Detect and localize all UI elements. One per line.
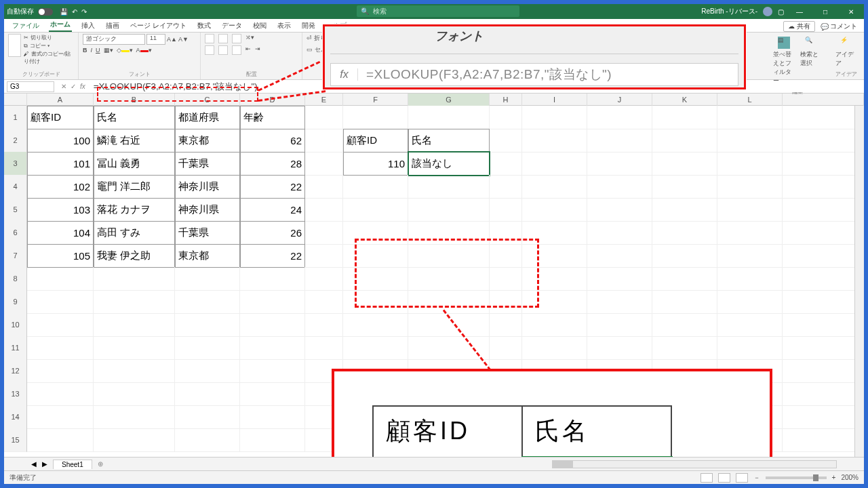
cell[interactable]	[343, 313, 408, 337]
cell[interactable]	[717, 290, 783, 314]
row-header[interactable]: 1	[4, 106, 27, 129]
cell[interactable]	[408, 267, 490, 291]
cell[interactable]: 105	[27, 244, 94, 268]
cell[interactable]	[717, 175, 783, 199]
redo-icon[interactable]: ↷	[81, 8, 87, 16]
row-header[interactable]: 13	[4, 382, 27, 406]
cell[interactable]	[175, 405, 240, 429]
cell[interactable]	[305, 290, 343, 314]
cell[interactable]	[408, 290, 490, 314]
active-cell[interactable]: 該当なし	[408, 152, 490, 176]
cell[interactable]	[783, 244, 864, 268]
cell[interactable]	[305, 336, 343, 360]
fx-icon[interactable]: fx	[80, 83, 85, 90]
decrease-font-icon[interactable]: A▼	[178, 36, 189, 43]
cell[interactable]	[783, 405, 864, 429]
cell[interactable]	[522, 221, 587, 245]
cell[interactable]: 24	[240, 198, 305, 222]
row-header[interactable]: 9	[4, 290, 27, 314]
cell[interactable]	[522, 175, 587, 199]
col-B[interactable]: B	[94, 94, 175, 106]
row-header[interactable]: 11	[4, 336, 27, 360]
cell[interactable]	[783, 313, 864, 337]
cell[interactable]	[240, 382, 305, 406]
cell[interactable]: 104	[27, 221, 94, 245]
cell[interactable]	[587, 106, 652, 129]
horizontal-scrollbar[interactable]	[552, 460, 837, 468]
tab-formulas[interactable]: 数式	[196, 20, 212, 32]
col-G[interactable]: G	[408, 94, 490, 106]
row-header[interactable]: 5	[4, 198, 27, 222]
cell[interactable]	[408, 336, 490, 360]
cell[interactable]: 鱗滝 右近	[94, 129, 175, 152]
tab-developer[interactable]: 開発	[300, 20, 317, 32]
cell[interactable]	[240, 336, 305, 360]
cell[interactable]	[522, 152, 587, 176]
cell[interactable]	[27, 428, 94, 452]
font-size-select[interactable]: 11	[146, 34, 165, 45]
cell[interactable]: 東京都	[175, 129, 240, 152]
cell[interactable]	[490, 290, 522, 314]
cell[interactable]	[408, 198, 490, 222]
cell[interactable]: 110	[343, 152, 408, 176]
underline-button[interactable]: U	[96, 47, 100, 54]
bold-button[interactable]: B	[83, 47, 87, 54]
paste-icon[interactable]	[8, 34, 21, 57]
cell[interactable]: 氏名	[94, 106, 175, 129]
indent-increase-icon[interactable]: ⇥	[255, 45, 260, 55]
tab-insert[interactable]: 挿入	[80, 20, 96, 32]
cell[interactable]	[27, 313, 94, 337]
cell[interactable]: 年齢	[240, 106, 305, 129]
col-H[interactable]: H	[490, 94, 522, 106]
cell[interactable]: 千葉県	[175, 221, 240, 245]
cell[interactable]	[783, 152, 864, 176]
cell[interactable]	[305, 198, 343, 222]
cell[interactable]	[175, 267, 240, 291]
cell[interactable]	[305, 267, 343, 291]
col-K[interactable]: K	[652, 94, 717, 106]
align-top-icon[interactable]	[205, 34, 214, 43]
cell[interactable]: 101	[27, 152, 94, 176]
cell[interactable]	[717, 336, 783, 360]
row-header[interactable]: 15	[4, 428, 27, 452]
cell[interactable]: 22	[240, 175, 305, 199]
column-headers[interactable]: A B C D E F G H I J K L	[4, 94, 864, 106]
row-header[interactable]: 7	[4, 244, 27, 268]
cell[interactable]	[717, 106, 783, 129]
col-A[interactable]: A	[27, 94, 94, 106]
cell[interactable]	[652, 175, 717, 199]
cell[interactable]: 28	[240, 152, 305, 176]
cell[interactable]	[587, 313, 652, 337]
cell[interactable]	[27, 382, 94, 406]
page-layout-view-icon[interactable]	[718, 473, 730, 483]
indent-decrease-icon[interactable]: ⇤	[245, 45, 251, 55]
cell[interactable]	[343, 267, 408, 291]
cell[interactable]	[240, 428, 305, 452]
cell[interactable]	[343, 175, 408, 199]
add-sheet-button[interactable]: ⊕	[98, 460, 103, 468]
cell[interactable]	[490, 244, 522, 268]
cell[interactable]: 神奈川県	[175, 175, 240, 199]
cell[interactable]	[175, 382, 240, 406]
row-header[interactable]: 6	[4, 221, 27, 245]
cell[interactable]	[587, 221, 652, 245]
cell[interactable]	[587, 152, 652, 176]
sort-filter-button[interactable]: ▤並べ替えとフィルター	[770, 34, 797, 88]
cell[interactable]	[490, 175, 522, 199]
cell[interactable]	[522, 336, 587, 360]
cell[interactable]	[343, 244, 408, 268]
worksheet-area[interactable]: 1顧客ID氏名都道府県年齢2100鱗滝 右近東京都62顧客ID氏名3101冨山 …	[4, 106, 864, 458]
cell[interactable]	[717, 313, 783, 337]
cell[interactable]: 竈門 洋二郎	[94, 175, 175, 199]
cell[interactable]	[652, 129, 717, 152]
undo-icon[interactable]: ↶	[72, 8, 77, 16]
cell[interactable]	[652, 336, 717, 360]
align-right-icon[interactable]	[232, 45, 241, 55]
cell[interactable]	[490, 267, 522, 291]
name-box[interactable]: G3	[7, 81, 54, 92]
cell[interactable]	[587, 267, 652, 291]
cell[interactable]	[522, 129, 587, 152]
cell[interactable]	[587, 336, 652, 360]
font-name-select[interactable]: 游ゴシック	[83, 34, 145, 45]
align-left-icon[interactable]	[205, 45, 214, 55]
